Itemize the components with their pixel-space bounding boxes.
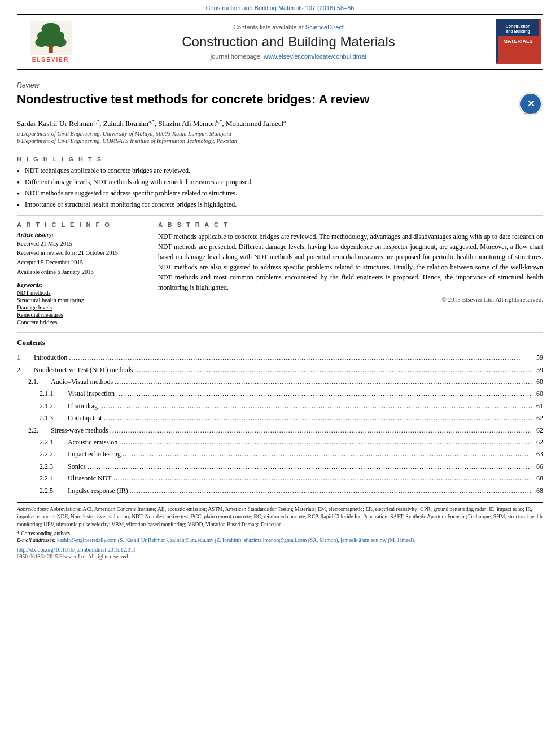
- toc-dots-4: ........................................…: [116, 388, 532, 399]
- toc-dots-5: ........................................…: [99, 400, 532, 412]
- toc-page-8: 62: [536, 436, 543, 448]
- journal-homepage-url[interactable]: www.elsevier.com/locate/conbuildmat: [264, 53, 366, 60]
- top-citation: Construction and Building Materials 107 …: [0, 0, 560, 14]
- email-shazim[interactable]: shazimalimenon@gmail.com: [244, 538, 307, 543]
- toc-page-11: 68: [536, 473, 543, 484]
- email-jameel[interactable]: jameelk@um.edu.my: [340, 538, 387, 543]
- toc-row-2: 2. Nondestructive Test (NDT) methods ...…: [17, 364, 543, 375]
- toc-num-7: 2.2.: [28, 425, 51, 436]
- keyword-2: Structural health monitoring: [17, 297, 147, 303]
- toc-row-6: 2.1.3. Coin tap test ...................…: [17, 412, 543, 423]
- toc-num-4: 2.1.1.: [40, 388, 68, 399]
- toc-page-4: 60: [536, 388, 543, 399]
- doi-link[interactable]: http://dx.doi.org/10.1016/j.conbuildmat.…: [17, 547, 543, 553]
- toc-row-8: 2.2.1. Acoustic emission ...............…: [17, 436, 543, 448]
- toc-page-6: 62: [536, 412, 543, 423]
- toc-label-7: Stress-wave methods: [51, 425, 108, 436]
- toc-label-4: Visual inspection: [68, 388, 115, 399]
- elsevier-text: ELSEVIER: [32, 56, 69, 63]
- svg-text:CrossMark: CrossMark: [524, 111, 538, 115]
- article-info-col: A R T I C L E I N F O Article history: R…: [17, 221, 147, 327]
- article-info-heading: A R T I C L E I N F O: [17, 221, 147, 228]
- available-date: Available online 6 January 2016: [17, 268, 147, 277]
- article-info-abstract-section: A R T I C L E I N F O Article history: R…: [17, 221, 543, 327]
- abstract-text: NDT methods applicable to concrete bridg…: [158, 231, 543, 292]
- toc-row-4: 2.1.1. Visual inspection ...............…: [17, 388, 543, 399]
- sciencedirect-link[interactable]: ScienceDirect: [305, 24, 344, 30]
- keywords-label: Keywords:: [17, 282, 147, 288]
- toc-label-10: Sonics: [68, 461, 86, 472]
- toc-num-6: 2.1.3.: [40, 412, 68, 423]
- elsevier-logo-section: ELSEVIER: [17, 19, 90, 64]
- author-jameel: Mohammed Jameel: [226, 119, 283, 128]
- email-label: E-mail addresses:: [17, 538, 56, 543]
- toc-list: 1. Introduction ........................…: [17, 352, 543, 496]
- toc-num-8: 2.2.1.: [40, 436, 68, 448]
- toc-num-3: 2.1.: [28, 376, 51, 387]
- accepted-date: Accepted 5 December 2015: [17, 259, 147, 267]
- received-revised-date: Received in revised form 21 October 2015: [17, 249, 147, 257]
- highlights-section: H I G H L I G H T S NDT techniques appli…: [17, 156, 543, 209]
- keyword-3: Damage levels: [17, 304, 147, 311]
- toc-label-6: Coin tap test: [68, 412, 102, 423]
- elsevier-tree-icon: [28, 21, 73, 55]
- author-zainah: Zainah Ibrahim: [103, 119, 149, 128]
- toc-dots-8: ........................................…: [119, 436, 532, 448]
- toc-row-11: 2.2.4. Ultrasonic NDT ..................…: [17, 473, 543, 484]
- toc-dots-6: ........................................…: [104, 412, 532, 423]
- toc-label-5: Chain drag: [68, 400, 98, 412]
- toc-label-1: Introduction: [34, 352, 67, 363]
- keyword-5: Concrete bridges: [17, 319, 147, 325]
- divider-2: [17, 215, 543, 216]
- footer-section: Abbreviations: Abbreviations: ACI, Ameri…: [17, 502, 543, 560]
- highlight-item-2: Different damage levels, NDT methods alo…: [17, 177, 543, 187]
- keyword-1: NDT methods: [17, 290, 147, 296]
- toc-page-9: 63: [536, 448, 543, 460]
- toc-num-2: 2.: [17, 364, 34, 375]
- divider-3: [17, 332, 543, 333]
- crossmark-badge: ✕ CrossMark: [518, 91, 543, 119]
- highlight-item-3: NDT methods are suggested to address spe…: [17, 189, 543, 198]
- abbreviations-content: Abbreviations: ACI, American Concrete In…: [17, 506, 542, 527]
- contents-section: Contents 1. Introduction ...............…: [17, 338, 543, 496]
- article-title: Nondestructive test methods for concrete…: [17, 91, 513, 108]
- toc-page-5: 61: [536, 400, 543, 412]
- abbreviations-label: Abbreviations:: [17, 506, 49, 512]
- toc-row-10: 2.2.3. Sonics ..........................…: [17, 461, 543, 472]
- toc-num-12: 2.2.5.: [40, 485, 68, 496]
- keywords-section: Keywords: NDT methods Structural health …: [17, 282, 147, 325]
- contents-title: Contents: [17, 338, 543, 347]
- toc-label-8: Acoustic emission: [68, 436, 117, 448]
- toc-page-7: 62: [536, 425, 543, 436]
- journal-homepage: journal homepage: www.elsevier.com/locat…: [211, 53, 366, 60]
- email-addresses: E-mail addresses: kashif@engineersdaily.…: [17, 538, 543, 543]
- journal-header-center: Contents lists available at ScienceDirec…: [90, 19, 487, 64]
- article-history-label: Article history:: [17, 231, 147, 238]
- email-context-zainah: (Z. Ibrahim),: [215, 538, 244, 543]
- toc-num-5: 2.1.2.: [40, 400, 68, 412]
- toc-row-9: 2.2.2. Impact echo testing .............…: [17, 448, 543, 460]
- email-context-shazim: (SA. Memon),: [308, 538, 341, 543]
- cover-title-bottom: MATERIALS: [504, 38, 533, 44]
- toc-label-3: Audio–Visual methods: [51, 376, 113, 387]
- email-context-jameel: (M. Jameel).: [388, 538, 415, 543]
- toc-label-12: Impulse response (IR): [68, 485, 128, 496]
- toc-page-12: 68: [536, 485, 543, 496]
- highlight-item-1: NDT techniques applicable to concrete br…: [17, 166, 543, 176]
- toc-dots-1: ........................................…: [69, 352, 532, 363]
- toc-dots-2: ........................................…: [134, 364, 532, 375]
- journal-cover-section: Constructionand Building MATERIALS: [487, 19, 543, 64]
- authors-line: Sardar Kashif Ur Rehmana,*, Zainah Ibrah…: [17, 119, 543, 128]
- journal-cover-image: Constructionand Building MATERIALS: [496, 19, 541, 64]
- affiliation-b: b Department of Civil Engineering, COMSA…: [17, 138, 543, 144]
- issn-line: 0950-0618/© 2015 Elsevier Ltd. All right…: [17, 554, 543, 560]
- highlight-item-4: Importance of structural health monitori…: [17, 200, 543, 209]
- abstract-heading: A B S T R A C T: [158, 221, 543, 228]
- email-kashif[interactable]: kashif@engineersdaily.com: [57, 538, 116, 543]
- toc-num-11: 2.2.4.: [40, 473, 68, 484]
- toc-dots-10: ........................................…: [88, 461, 532, 472]
- author-shazim: Shazim Ali Memon: [158, 119, 216, 128]
- divider-1: [17, 150, 543, 150]
- page: Construction and Building Materials 107 …: [0, 0, 560, 747]
- email-zainah[interactable]: zainah@um.edu.my: [170, 538, 213, 543]
